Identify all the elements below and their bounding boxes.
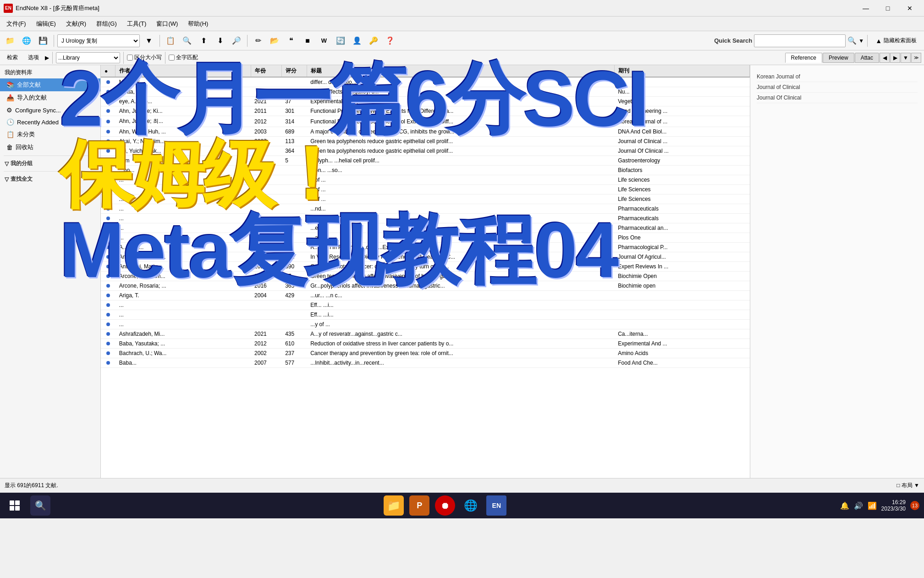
table-row[interactable]: Angeles Avila-Ga... 2018 572 In Vitro Re… [101, 252, 750, 262]
sidebar-item-imported[interactable]: 📥 导入的文献 [0, 91, 100, 104]
options-btn[interactable]: 选项 [24, 52, 43, 63]
sidebar-item-configure[interactable]: ⚙ Configure Sync... [0, 104, 100, 116]
format-bib-btn[interactable]: ■ [300, 33, 315, 48]
search-btn[interactable]: 🔍 [180, 33, 194, 48]
table-row[interactable]: ...ho... ...on... ...so... Biofactors [101, 166, 750, 175]
col-header-dot[interactable]: ● [101, 65, 116, 77]
sidebar-item-all[interactable]: 📚 全部文献 [0, 78, 100, 91]
col-header-author[interactable]: 作者 [116, 65, 251, 77]
menu-help[interactable]: 帮助(H) [183, 18, 213, 30]
search-submit-icon[interactable]: 🔍 [847, 36, 857, 45]
group-selector[interactable]: J Urology 复制 [57, 34, 140, 47]
case-sensitive-checkbox[interactable] [127, 55, 133, 61]
menu-edit[interactable]: 编辑(E) [32, 18, 60, 30]
table-row[interactable]: ... ...astri... Plos One [101, 233, 750, 243]
sidebar-item-trash[interactable]: 🗑 回收站 (0) [0, 141, 100, 154]
export-btn[interactable]: ⬇ [213, 33, 227, 48]
table-row[interactable]: ... ...of ... Life Sciences [101, 185, 750, 195]
whole-word-checkbox[interactable] [169, 55, 175, 61]
col-header-year[interactable]: 年份 [251, 65, 281, 77]
table-row[interactable]: Baba... 2007 577 ...Inhibit...activity..… [101, 358, 750, 368]
table-row[interactable]: Ahn, W. S.; Huh, ... 2003 689 A major co… [101, 127, 750, 137]
layout-icon[interactable]: □ 布局 ▼ [896, 482, 919, 489]
table-row[interactable]: ... ...nd... Pharmaceuticals [101, 204, 750, 214]
open-file-btn[interactable]: 📂 [267, 33, 282, 48]
menu-groups[interactable]: 群组(G) [92, 18, 121, 30]
smart-groups-btn[interactable]: 🔑 [366, 33, 381, 48]
edit-ref-btn[interactable]: ✏ [251, 33, 265, 48]
table-row[interactable]: kai, Yuichi; Nak... 2007 364 Green tea p… [101, 146, 750, 156]
taskbar-explorer[interactable]: 📁 [384, 495, 404, 516]
table-row[interactable]: Bachrach, U.; Wa... 2002 237 Cancer ther… [101, 349, 750, 358]
table-row[interactable]: ...im 5 ...olyph... ...helial cell proli… [101, 156, 750, 166]
sync-btn[interactable]: 🔄 [333, 33, 348, 48]
table-row[interactable]: Ariga, T. 2004 429 ...ur... ...n c... [101, 291, 750, 300]
hide-panel-button[interactable]: ▲ 隐藏检索面板 [871, 35, 921, 46]
taskbar-chrome[interactable]: 🌐 [461, 495, 481, 516]
col-header-rating[interactable]: 评分 [281, 65, 307, 77]
word-btn[interactable]: W [317, 33, 331, 48]
taskbar-endnote[interactable]: EN [486, 495, 506, 516]
my-groups-header[interactable]: ▽ 我的分组 [0, 158, 100, 169]
save-btn[interactable]: 💾 [36, 33, 50, 48]
copy-to-btn[interactable]: 📋 [163, 33, 178, 48]
maximize-button[interactable]: □ [877, 0, 898, 17]
titlebar-controls[interactable]: — □ ✕ [855, 0, 920, 17]
taskbar-network-icon[interactable]: 📶 [868, 501, 877, 510]
table-row[interactable]: Ahn, Junbae; Ki... 2011 301 Functional P… [101, 106, 750, 116]
library-selector[interactable]: ...Library [56, 52, 120, 63]
author-btn[interactable]: 👤 [350, 33, 364, 48]
search-fulltext-header[interactable]: ▽ 查找全文 [0, 173, 100, 185]
sidebar-item-unfiled[interactable]: 📋 未分类 [0, 128, 100, 141]
table-row[interactable]: ... ...of ... Life Sciences [101, 195, 750, 204]
table-row[interactable]: ... Eff... ...i... [101, 310, 750, 320]
whole-word-check[interactable]: 全字匹配 [169, 54, 198, 61]
col-header-title[interactable]: 标题 [307, 65, 614, 77]
col-header-journal[interactable]: 期刊 [614, 65, 749, 77]
menu-file[interactable]: 文件(F) [2, 18, 31, 30]
table-row[interactable]: eye, A.; Olo... 2021 37 Experimental the… [101, 97, 750, 106]
table-row[interactable]: Arcone, R.; Palm... 2016 67 Green tea po… [101, 272, 750, 281]
quick-search-input[interactable] [754, 34, 846, 47]
tab-preview[interactable]: Preview [823, 53, 854, 63]
taskbar-clock[interactable]: 16:29 2023/3/30 [881, 499, 906, 512]
table-row[interactable]: Ashrafizadeh, Mi... 2021 435 A...y of re… [101, 329, 750, 339]
taskbar-search-btn[interactable]: 🔍 [30, 495, 50, 516]
close-button[interactable]: ✕ [899, 0, 920, 17]
table-row[interactable]: Akai, Y.; Nakajim... 2007 113 Green tea … [101, 137, 750, 146]
nav-next[interactable]: ▶ [890, 53, 900, 63]
help-btn[interactable]: ❓ [383, 33, 397, 48]
table-row[interactable]: ... ...y of ... [101, 320, 750, 329]
table-row[interactable]: oretta, L. otoxic effects of digalloyl c… [101, 87, 750, 97]
tab-attach[interactable]: Attac [855, 53, 879, 63]
online-search-btn[interactable]: 🌐 [19, 33, 34, 48]
new-library-btn[interactable]: 📁 [3, 33, 17, 48]
search-execute-btn[interactable]: 检索 [3, 52, 22, 63]
table-row[interactable]: Mohsen; differ... distributio... [101, 77, 750, 87]
nav-prev[interactable]: ◀ [880, 53, 890, 63]
taskbar-powerpoint[interactable]: P [409, 495, 429, 516]
table-row[interactable]: ... ...of ... Life sciences [101, 175, 750, 185]
notification-badge[interactable]: 13 [910, 501, 919, 510]
panel-expand[interactable]: ≫ [911, 53, 921, 63]
insert-cite-btn[interactable]: ❝ [284, 33, 298, 48]
sidebar-item-recently[interactable]: 🕒 Recently Added [0, 116, 100, 128]
case-sensitive-check[interactable]: 区分大小写 [127, 54, 162, 61]
taskbar-volume-icon[interactable]: 🔊 [854, 501, 863, 510]
windows-start-button[interactable] [5, 495, 25, 516]
taskbar-notification-icon[interactable]: 🔔 [840, 501, 849, 510]
preview-btn[interactable]: 🔎 [229, 33, 244, 48]
dropdown-btn[interactable]: ▼ [142, 33, 156, 48]
table-row[interactable]: Ahn, Junbae; 최... 2012 314 Functional Pr… [101, 116, 750, 127]
nav-dropdown[interactable]: ▼ [901, 53, 911, 63]
tab-reference[interactable]: Reference [785, 53, 822, 63]
menu-window[interactable]: 窗口(W) [152, 18, 182, 30]
table-row[interactable]: ... ...en... Pharmaceutical an... [101, 223, 750, 233]
taskbar-recording[interactable]: ⏺ [435, 495, 455, 516]
menu-tools[interactable]: 工具(T) [122, 18, 151, 30]
minimize-button[interactable]: — [855, 0, 876, 17]
search-dropdown-icon[interactable]: ▼ [858, 38, 864, 44]
menu-references[interactable]: 文献(R) [61, 18, 91, 30]
table-row[interactable]: A...olfaz... 2021 4 R...amin in R...ong … [101, 243, 750, 252]
table-row[interactable]: Arcone, Rosaria; ... 2016 363 Gr...polyp… [101, 281, 750, 291]
